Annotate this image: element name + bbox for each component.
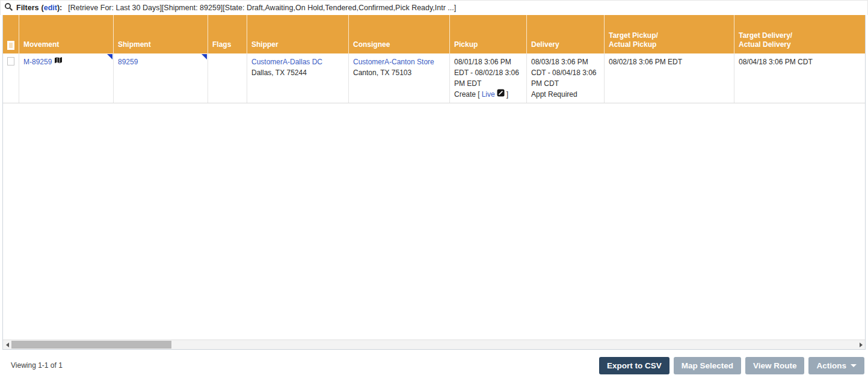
shipment-link[interactable]: 89259	[118, 58, 138, 66]
search-icon	[4, 2, 13, 13]
caret-down-icon	[851, 364, 857, 367]
select-all-cell	[3, 15, 19, 53]
col-header-delivery-label: Delivery	[531, 40, 559, 50]
scrollbar-thumb[interactable]	[11, 341, 171, 349]
filter-summary: [Retrieve For: Last 30 Days][Shipment: 8…	[68, 4, 456, 12]
target-pickup-cell: 08/02/18 3:06 PM EDT	[604, 53, 734, 103]
viewing-status: Viewing 1-1 of 1	[11, 361, 63, 370]
col-header-pickup-label: Pickup	[454, 40, 478, 50]
pickup-create-suffix: ]	[506, 89, 508, 100]
col-header-shipment-label: Shipment	[118, 40, 151, 50]
actions-label: Actions	[816, 361, 846, 370]
delivery-window: 08/03/18 3:06 PM CDT - 08/04/18 3:06 PM …	[531, 56, 600, 89]
view-route-label: View Route	[753, 361, 797, 370]
delivery-note: Appt Required	[531, 89, 600, 100]
filters-label: Filters	[16, 4, 39, 12]
map-selected-button[interactable]: Map Selected	[674, 357, 741, 374]
movement-link[interactable]: M-89259	[23, 56, 52, 67]
col-header-target-pickup-line1: Target Pickup/	[609, 31, 658, 41]
consignee-cell: CustomerA-Canton Store Canton, TX 75103	[348, 53, 449, 103]
horizontal-scrollbar[interactable]	[3, 340, 865, 349]
map-selected-label: Map Selected	[682, 361, 733, 370]
row-checkbox[interactable]	[7, 57, 14, 66]
col-header-shipper[interactable]: Shipper	[247, 15, 348, 53]
pickup-live-link[interactable]: Live	[482, 89, 495, 100]
consignee-link[interactable]: CustomerA-Canton Store	[353, 58, 434, 66]
col-header-target-delivery-line1: Target Delivery/	[739, 31, 792, 41]
target-delivery-cell: 08/04/18 3:06 PM CDT	[734, 53, 865, 103]
col-header-consignee[interactable]: Consignee	[348, 15, 449, 53]
actions-button[interactable]: Actions	[808, 357, 864, 374]
col-header-shipper-label: Shipper	[251, 40, 279, 50]
footer-actions: Export to CSV Map Selected View Route Ac…	[599, 357, 864, 374]
arrow-right-icon[interactable]	[857, 340, 865, 349]
footer-bar: Viewing 1-1 of 1 Export to CSV Map Selec…	[0, 350, 868, 381]
note-corner-icon	[107, 54, 112, 59]
filters-paren-close: ):	[57, 4, 62, 12]
shipper-address: Dallas, TX 75244	[251, 67, 344, 78]
table-header-row: Movement Shipment Flags Shipper Consigne…	[3, 15, 865, 53]
shipment-cell: 89259	[113, 53, 208, 103]
row-checkbox-cell	[3, 53, 19, 103]
col-header-delivery[interactable]: Delivery	[526, 15, 604, 53]
col-header-flags[interactable]: Flags	[208, 15, 247, 53]
col-header-target-pickup[interactable]: Target Pickup/ Actual Pickup	[604, 15, 734, 53]
filters-edit-link[interactable]: edit	[44, 4, 57, 12]
export-to-csv-label: Export to CSV	[607, 361, 662, 370]
col-header-consignee-label: Consignee	[353, 40, 390, 50]
col-header-movement-label: Movement	[23, 40, 59, 50]
table-empty-area	[3, 103, 865, 340]
shipper-cell: CustomerA-Dallas DC Dallas, TX 75244	[247, 53, 348, 103]
table-row: M-89259 89259 CustomerA-Dallas DC Dallas…	[3, 53, 865, 103]
delivery-cell: 08/03/18 3:06 PM CDT - 08/04/18 3:06 PM …	[526, 53, 604, 103]
export-to-csv-button[interactable]: Export to CSV	[599, 357, 669, 374]
arrow-left-icon[interactable]	[3, 340, 11, 349]
flags-cell	[208, 53, 247, 103]
note-corner-icon	[202, 54, 207, 59]
select-all-checkbox[interactable]	[7, 41, 14, 50]
map-icon[interactable]	[54, 56, 63, 67]
shipper-link[interactable]: CustomerA-Dallas DC	[251, 58, 322, 66]
col-header-movement[interactable]: Movement	[19, 15, 113, 53]
col-header-target-delivery[interactable]: Target Delivery/ Actual Delivery	[734, 15, 865, 53]
col-header-pickup[interactable]: Pickup	[449, 15, 526, 53]
pickup-cell: 08/01/18 3:06 PM EDT - 08/02/18 3:06 PM …	[449, 53, 526, 103]
target-pickup-value: 08/02/18 3:06 PM EDT	[609, 58, 682, 66]
col-header-shipment[interactable]: Shipment	[113, 15, 208, 53]
col-header-target-pickup-line2: Actual Pickup	[609, 40, 658, 50]
shipments-table: Movement Shipment Flags Shipper Consigne…	[2, 15, 866, 350]
pickup-create-prefix: Create [	[454, 89, 480, 100]
filter-bar: Filters ( edit ): [Retrieve For: Last 30…	[0, 0, 868, 15]
target-delivery-value: 08/04/18 3:06 PM CDT	[739, 58, 813, 66]
movement-cell: M-89259	[19, 53, 113, 103]
pickup-window: 08/01/18 3:06 PM EDT - 08/02/18 3:06 PM …	[454, 56, 522, 89]
col-header-flags-label: Flags	[212, 40, 231, 50]
col-header-target-delivery-line2: Actual Delivery	[739, 40, 792, 50]
view-route-button[interactable]: View Route	[745, 357, 805, 374]
consignee-address: Canton, TX 75103	[353, 67, 445, 78]
edit-square-icon[interactable]	[497, 89, 505, 100]
